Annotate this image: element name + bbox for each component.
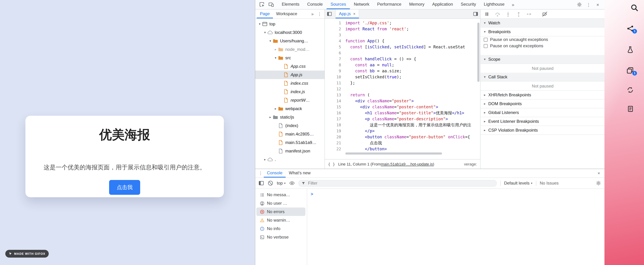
menu-kebab-icon[interactable]: ⋮ [584,0,593,9]
line-number-gutter[interactable]: 12345678910111213141516171819202122 [325,20,341,152]
deactivate-breakpoints-icon[interactable] [542,11,548,17]
navigator-tab-page[interactable]: Page [257,9,273,18]
drawer-kebab-icon[interactable]: ⋮ [258,169,264,178]
line-number[interactable]: 16 [325,110,341,116]
line-number[interactable]: 12 [325,86,341,92]
checkbox[interactable] [484,37,488,41]
line-number[interactable]: 14 [325,98,341,104]
report-icon[interactable] [627,105,634,112]
tab-lighthouse[interactable]: Lighthouse [480,0,508,9]
tree-item-reportw[interactable]: reportW… [255,96,324,104]
line-number[interactable]: 8 [325,62,341,68]
line-number[interactable]: 11 [325,80,341,86]
toggle-navigator-icon[interactable] [325,9,334,18]
search-icon[interactable] [630,4,638,12]
drawer-tab-what-s-new[interactable]: What's new [286,169,314,178]
settings-gear-icon[interactable] [575,0,584,9]
sync-icon[interactable] [627,86,634,93]
clear-console-icon[interactable] [268,180,273,186]
tab-network[interactable]: Network [350,0,373,9]
navigator-more-tabs-icon[interactable]: » [309,9,316,18]
chevron-right-icon[interactable]: ▸ [263,158,267,161]
pause-script-icon[interactable] [484,11,490,17]
tree-item-top[interactable]: ▾top [255,20,324,28]
chevron-down-icon[interactable]: ▾ [268,39,272,43]
tree-item-app-js[interactable]: App.js [255,71,324,79]
tree-item-index-js[interactable]: index.js [255,87,324,96]
close-tab-icon[interactable]: × [353,11,356,16]
vertical-scrollbar-thumb[interactable] [477,22,480,82]
log-levels-dropdown[interactable]: Default levels ▾ [504,181,532,186]
call-stack-section-header[interactable]: ▾ Call Stack [480,73,605,81]
console-sidebar-toggle-icon[interactable] [258,180,264,186]
tree-item-index[interactable]: (index) [255,121,324,130]
line-number[interactable]: 5 [325,44,341,50]
navigator-kebab-icon[interactable]: ⋮ [316,9,323,18]
line-number[interactable]: 1 [325,20,341,26]
console-settings-icon[interactable] [596,180,601,186]
inspect-element-icon[interactable] [258,0,266,9]
checkbox[interactable] [484,44,488,48]
tree-item-main-51ab1a9[interactable]: main.51ab1a9… [255,138,324,147]
line-number[interactable]: 2 [325,26,341,32]
line-number[interactable]: 17 [325,116,341,122]
tree-item-item[interactable]: ▸. [255,155,324,164]
line-number[interactable]: 20 [325,134,341,140]
line-number[interactable]: 18 [325,122,341,128]
live-expression-icon[interactable] [289,180,295,186]
line-number[interactable]: 21 [325,140,341,146]
breakpoint-option-pause-on-caught-exceptions[interactable]: Pause on caught exceptions [480,43,605,49]
navigator-tab-workspace[interactable]: Workspace [273,9,300,18]
device-toolbar-icon[interactable] [266,0,276,9]
line-number[interactable]: 22 [325,146,341,152]
console-filter-no-info[interactable]: No info [256,225,306,233]
javascript-context-selector[interactable]: top ▾ [277,181,286,186]
console-prompt[interactable]: > [307,189,604,197]
section-dom-breakpoints[interactable]: ▸DOM Breakpoints [480,99,605,108]
horizontal-scrollbar-thumb[interactable] [345,152,442,155]
tree-item-static-js[interactable]: ▸static/js [255,113,324,121]
drawer-tab-console[interactable]: Console [264,169,286,178]
section-global-listeners[interactable]: ▸Global Listeners [480,108,605,117]
issues-counter[interactable]: No Issues [540,181,559,186]
line-number[interactable]: 7 [325,56,341,62]
tab-elements[interactable]: Elements [278,0,303,9]
tab-performance[interactable]: Performance [373,0,405,9]
section-csp-violation-breakpoints[interactable]: ▸CSP Violation Breakpoints [480,126,605,135]
console-filter-no-errors[interactable]: No errors [256,208,306,216]
tab-memory[interactable]: Memory [405,0,428,9]
step-over-icon[interactable] [495,11,500,17]
line-number[interactable]: 9 [325,68,341,74]
poster-button[interactable]: 点击我 [109,180,140,195]
line-number[interactable]: 10 [325,74,341,80]
section-xhr-fetch-breakpoints[interactable]: ▸XHR/fetch Breakpoints [480,91,605,99]
tab-console[interactable]: Console [303,0,326,9]
chevron-down-icon[interactable]: ▾ [273,56,278,60]
console-filter-no-verbose[interactable]: No verbose [256,233,306,241]
tree-item-users-huang[interactable]: ▾Users/huang… [255,37,324,45]
line-number[interactable]: 19 [325,128,341,134]
tree-item-src[interactable]: ▾src [255,54,324,62]
console-filter-input[interactable] [307,180,494,186]
tree-item-localhost-3000[interactable]: ▾localhost:3000 [255,28,324,37]
tree-item-webpack[interactable]: ▸webpack [255,104,324,113]
step-icon[interactable] [526,11,532,17]
tab-application[interactable]: Application [428,0,457,9]
step-out-icon[interactable] [516,11,522,17]
pretty-print-icon[interactable]: { } [328,162,335,166]
chevron-down-icon[interactable]: ▾ [263,31,267,34]
tree-item-manifest-json[interactable]: manifest.json [255,147,324,155]
console-filter-no-user[interactable]: No user … [256,199,306,208]
scope-section-header[interactable]: ▾ Scope [480,55,605,64]
console-filter-no-warnin[interactable]: No warnin… [256,216,306,225]
line-number[interactable]: 4 [325,38,341,44]
line-number[interactable]: 13 [325,92,341,98]
close-devtools-icon[interactable]: × [593,0,602,9]
line-number[interactable]: 6 [325,50,341,56]
tree-item-node-mod[interactable]: ▸node_mod… [255,45,324,54]
chevron-right-icon[interactable]: ▸ [273,107,278,110]
chevron-right-icon[interactable]: ▸ [268,115,272,119]
line-number[interactable]: 3 [325,32,341,38]
close-drawer-icon[interactable]: × [595,169,602,178]
chevron-down-icon[interactable]: ▾ [258,22,262,26]
